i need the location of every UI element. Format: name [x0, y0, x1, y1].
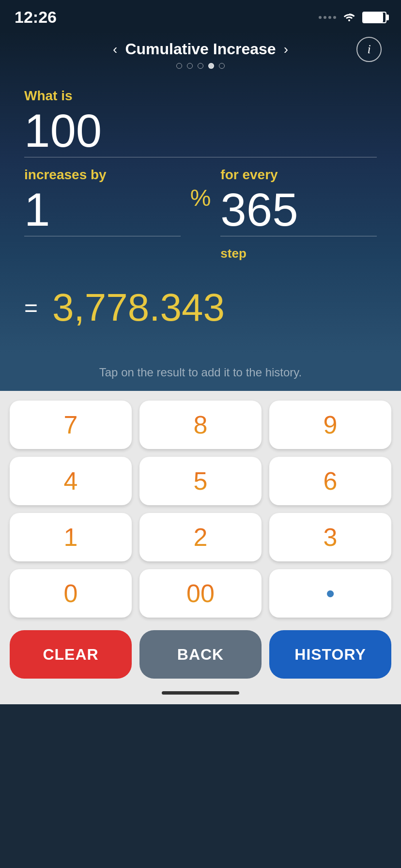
info-button[interactable]: i: [356, 37, 382, 62]
key-row-2: 4 5 6: [10, 457, 391, 505]
history-label: HISTORY: [294, 646, 366, 664]
equals-sign: =: [24, 294, 38, 321]
history-button[interactable]: HISTORY: [269, 630, 391, 679]
divider-1: [24, 157, 377, 157]
header-nav: ‹ Cumulative Increase ›: [113, 40, 288, 58]
divider-2: [24, 236, 181, 236]
key-row-1: 7 8 9: [10, 401, 391, 449]
status-icons: [319, 11, 386, 24]
row-increases: increases by 1 % for every 365 step: [24, 167, 377, 261]
key-00-label: 00: [186, 579, 215, 608]
increases-col: increases by 1: [24, 167, 181, 246]
signal-icon: [319, 16, 336, 19]
key-6-label: 6: [324, 466, 338, 496]
key-9-label: 9: [324, 410, 338, 439]
page-indicator: [19, 63, 382, 69]
clear-button[interactable]: CLEAR: [10, 630, 132, 679]
key-9[interactable]: 9: [269, 401, 391, 449]
page-dot-2: [187, 63, 193, 69]
page-title: Cumulative Increase: [125, 40, 276, 58]
key-0-label: 0: [64, 579, 78, 608]
info-icon: i: [367, 42, 370, 57]
clear-label: CLEAR: [43, 646, 98, 664]
key-3-label: 3: [324, 523, 338, 552]
key-1[interactable]: 1: [10, 513, 132, 561]
page-header: ‹ Cumulative Increase › i: [19, 40, 382, 58]
step-value[interactable]: 365: [220, 186, 377, 233]
keypad: 7 8 9 4 5 6 1 2 3 0 00: [0, 391, 401, 630]
status-time: 12:26: [15, 8, 57, 27]
key-8[interactable]: 8: [139, 401, 262, 449]
key-00[interactable]: 00: [139, 569, 262, 618]
tap-hint-bar: Tap on the result to add it to the histo…: [0, 354, 401, 391]
battery-icon: [362, 12, 386, 23]
key-8-label: 8: [194, 410, 208, 439]
key-dot[interactable]: •: [269, 569, 391, 618]
page-dot-4: [208, 63, 214, 69]
result-value[interactable]: 3,778.343: [52, 285, 225, 330]
increases-by-label: increases by: [24, 167, 181, 183]
key-1-label: 1: [64, 523, 78, 552]
key-7-label: 7: [64, 410, 78, 439]
key-0[interactable]: 0: [10, 569, 132, 618]
tap-hint-text: Tap on the result to add it to the histo…: [99, 366, 302, 379]
key-3[interactable]: 3: [269, 513, 391, 561]
home-bar: [162, 691, 239, 695]
page-dot-1: [176, 63, 182, 69]
key-4[interactable]: 4: [10, 457, 132, 505]
wifi-icon: [342, 11, 356, 24]
key-5[interactable]: 5: [139, 457, 262, 505]
calculator-inputs: What is 100 increases by 1 % for every 3…: [19, 88, 382, 330]
key-2-label: 2: [194, 523, 208, 552]
key-row-4: 0 00 •: [10, 569, 391, 618]
step-label: step: [220, 246, 377, 261]
key-row-3: 1 2 3: [10, 513, 391, 561]
key-2[interactable]: 2: [139, 513, 262, 561]
next-page-button[interactable]: ›: [284, 42, 288, 57]
page-dot-5: [219, 63, 225, 69]
page-dot-3: [198, 63, 203, 69]
divider-3: [220, 236, 377, 236]
key-dot-label: •: [326, 579, 335, 608]
key-7[interactable]: 7: [10, 401, 132, 449]
percent-symbol: %: [181, 167, 221, 211]
step-col: for every 365 step: [220, 167, 377, 261]
result-row: = 3,778.343: [24, 285, 377, 330]
for-every-label: for every: [220, 167, 377, 183]
status-bar: 12:26: [0, 0, 401, 31]
key-5-label: 5: [194, 466, 208, 496]
action-buttons: CLEAR BACK HISTORY: [0, 630, 401, 686]
key-6[interactable]: 6: [269, 457, 391, 505]
calculator-display-area: ‹ Cumulative Increase › i What is 100 in…: [0, 31, 401, 354]
back-label: BACK: [177, 646, 224, 664]
back-button[interactable]: BACK: [139, 630, 262, 679]
prev-page-button[interactable]: ‹: [113, 42, 117, 57]
key-4-label: 4: [64, 466, 78, 496]
what-is-label: What is: [24, 88, 377, 104]
percent-value[interactable]: 1: [24, 186, 181, 233]
main-value[interactable]: 100: [24, 108, 377, 154]
home-indicator: [0, 686, 401, 704]
